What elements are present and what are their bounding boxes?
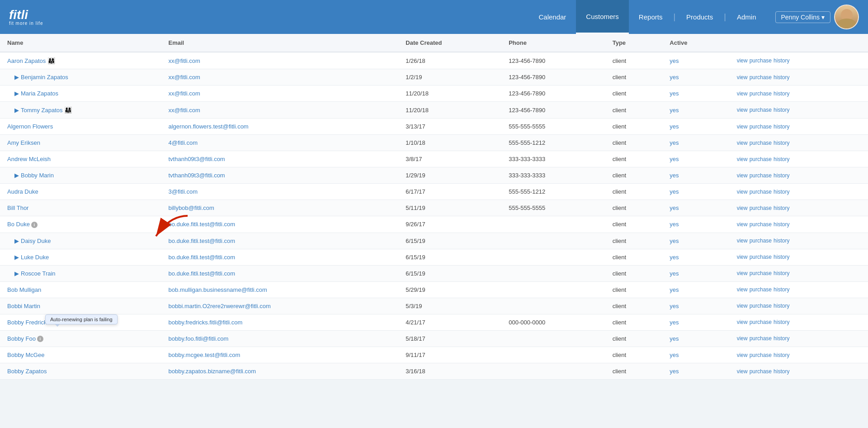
action-view[interactable]: view — [737, 319, 748, 325]
child-expand-icon[interactable]: ▶ — [14, 254, 19, 261]
action-history[interactable]: history — [774, 335, 789, 342]
action-history[interactable]: history — [774, 319, 789, 325]
email-link[interactable]: xx@fitli.com — [168, 107, 200, 114]
action-view[interactable]: view — [737, 156, 748, 162]
action-purchase[interactable]: purchase — [750, 303, 772, 309]
email-link[interactable]: bo.duke.fitli.test@fitli.com — [168, 254, 235, 261]
action-view[interactable]: view — [737, 124, 748, 130]
action-history[interactable]: history — [774, 270, 789, 276]
email-link[interactable]: algernon.flowers.test@fitli.com — [168, 123, 248, 130]
action-history[interactable]: history — [774, 352, 789, 358]
email-link[interactable]: bob.mulligan.businessname@fitli.com — [168, 286, 267, 293]
email-link[interactable]: 3@fitli.com — [168, 188, 198, 195]
user-name[interactable]: Penny Collins ▾ — [775, 11, 831, 23]
action-history[interactable]: history — [774, 74, 789, 81]
customer-name-link[interactable]: Daisy Duke — [21, 238, 51, 244]
action-history[interactable]: history — [774, 303, 789, 309]
action-view[interactable]: view — [737, 238, 748, 244]
action-purchase[interactable]: purchase — [750, 335, 772, 342]
nav-calendar[interactable]: Calendar — [528, 0, 576, 34]
action-history[interactable]: history — [774, 172, 789, 179]
customer-name-link[interactable]: Benjamin Zapatos — [21, 74, 68, 81]
action-history[interactable]: history — [774, 124, 789, 130]
action-view[interactable]: view — [737, 368, 748, 375]
customer-name-link[interactable]: Bobby Zapatos — [7, 368, 47, 375]
email-link[interactable]: bobby.mcgee.test@fitli.com — [168, 352, 240, 358]
customer-name-link[interactable]: Bo Duke — [7, 221, 30, 228]
customer-name-link[interactable]: Bobby Fredricks — [7, 319, 50, 326]
email-link[interactable]: bo.duke.fitli.test@fitli.com — [168, 221, 235, 228]
action-view[interactable]: view — [737, 221, 748, 228]
customer-name-link[interactable]: Roscoe Train — [21, 270, 56, 277]
email-link[interactable]: bobby.fredricks.fitli@fitli.com — [168, 319, 242, 326]
email-link[interactable]: xx@fitli.com — [168, 57, 200, 64]
child-expand-icon[interactable]: ▶ — [14, 74, 19, 81]
action-history[interactable]: history — [774, 238, 789, 244]
nav-admin[interactable]: Admin — [727, 0, 766, 34]
action-history[interactable]: history — [774, 156, 789, 162]
action-purchase[interactable]: purchase — [750, 189, 772, 195]
action-purchase[interactable]: purchase — [750, 205, 772, 211]
action-purchase[interactable]: purchase — [750, 270, 772, 276]
action-view[interactable]: view — [737, 107, 748, 113]
customer-name-link[interactable]: Audra Duke — [7, 188, 38, 195]
customer-name-link[interactable]: Andrew McLeish — [7, 156, 51, 162]
action-purchase[interactable]: purchase — [750, 57, 772, 64]
action-view[interactable]: view — [737, 74, 748, 81]
email-link[interactable]: billybob@fitli.com — [168, 204, 214, 211]
logo[interactable]: fitli fit more in life — [9, 9, 43, 26]
nav-products[interactable]: Products — [676, 0, 723, 34]
customer-name-link[interactable]: Bobbi Martin — [7, 303, 40, 309]
action-purchase[interactable]: purchase — [750, 90, 772, 97]
customer-name-link[interactable]: Luke Duke — [21, 254, 49, 261]
child-expand-icon[interactable]: ▶ — [14, 270, 19, 277]
action-view[interactable]: view — [737, 90, 748, 97]
email-link[interactable]: bo.duke.fitli.test@fitli.com — [168, 238, 235, 244]
action-history[interactable]: history — [774, 140, 789, 146]
info-icon[interactable]: i — [31, 222, 38, 228]
info-icon[interactable]: i — [37, 336, 43, 342]
nav-reports[interactable]: Reports — [629, 0, 673, 34]
action-purchase[interactable]: purchase — [750, 140, 772, 146]
action-view[interactable]: view — [737, 189, 748, 195]
action-view[interactable]: view — [737, 140, 748, 146]
customer-name-link[interactable]: Algernon Flowers — [7, 123, 53, 130]
action-purchase[interactable]: purchase — [750, 254, 772, 260]
user-area[interactable]: Penny Collins ▾ — [775, 5, 859, 29]
action-history[interactable]: history — [774, 107, 789, 113]
action-history[interactable]: history — [774, 57, 789, 64]
email-link[interactable]: tvthanh09t3@fitli.com — [168, 156, 225, 162]
action-view[interactable]: view — [737, 286, 748, 293]
action-view[interactable]: view — [737, 57, 748, 64]
customer-name-link[interactable]: Bill Thor — [7, 204, 28, 211]
action-purchase[interactable]: purchase — [750, 107, 772, 113]
action-history[interactable]: history — [774, 90, 789, 97]
action-purchase[interactable]: purchase — [750, 286, 772, 293]
customer-name-link[interactable]: Bobby Foo — [7, 335, 36, 342]
customer-name-link[interactable]: Maria Zapatos — [21, 90, 58, 97]
action-view[interactable]: view — [737, 352, 748, 358]
email-link[interactable]: xx@fitli.com — [168, 90, 200, 97]
customer-name-link[interactable]: Bobby Marin — [21, 172, 54, 179]
email-link[interactable]: 4@fitli.com — [168, 139, 198, 146]
child-expand-icon[interactable]: ▶ — [14, 107, 19, 114]
email-link[interactable]: bobbi.martin.O2rere2rwerewr@fitli.com — [168, 303, 270, 309]
action-history[interactable]: history — [774, 286, 789, 293]
action-view[interactable]: view — [737, 172, 748, 179]
customer-name-link[interactable]: Bob Mulligan — [7, 286, 41, 293]
nav-customers[interactable]: Customers — [576, 0, 629, 34]
action-view[interactable]: view — [737, 254, 748, 260]
customer-name-link[interactable]: Amy Eriksen — [7, 139, 40, 146]
action-view[interactable]: view — [737, 270, 748, 276]
email-link[interactable]: tvthanh09t3@fitli.com — [168, 172, 225, 179]
action-history[interactable]: history — [774, 368, 789, 375]
action-view[interactable]: view — [737, 335, 748, 342]
action-view[interactable]: view — [737, 303, 748, 309]
child-expand-icon[interactable]: ▶ — [14, 238, 19, 244]
email-link[interactable]: bobby.zapatos.bizname@fitli.com — [168, 368, 256, 375]
action-purchase[interactable]: purchase — [750, 156, 772, 162]
action-purchase[interactable]: purchase — [750, 238, 772, 244]
email-link[interactable]: xx@fitli.com — [168, 74, 200, 81]
action-purchase[interactable]: purchase — [750, 221, 772, 228]
customer-name-link[interactable]: Bobby McGee — [7, 352, 44, 358]
